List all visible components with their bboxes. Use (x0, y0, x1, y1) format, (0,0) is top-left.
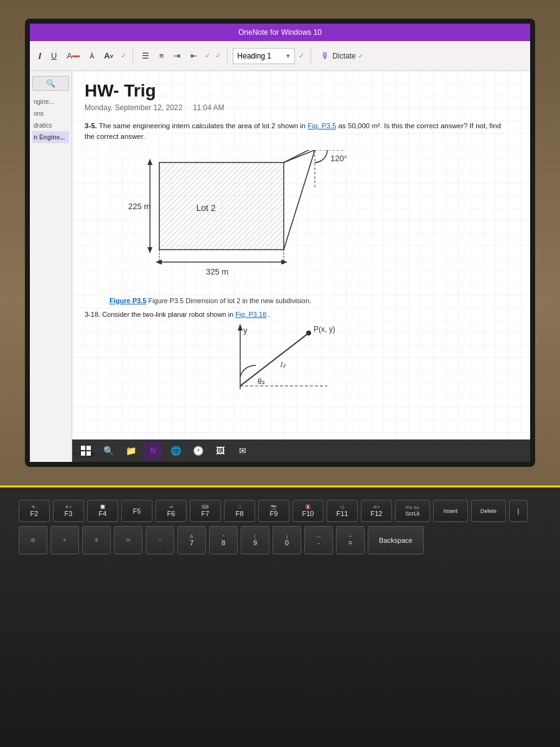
svg-text:θ₂: θ₂ (258, 377, 265, 386)
svg-point-23 (306, 331, 311, 336)
fig-p35-link[interactable]: Fig. P3.5 (307, 122, 336, 129)
key-f8[interactable]: □ F8 (224, 500, 255, 522)
fig-p318-link[interactable]: Fig. P3.18 (235, 311, 266, 318)
key-minus[interactable]: — - (304, 526, 333, 555)
key-hash[interactable]: # (50, 526, 79, 555)
indent-button[interactable]: ⇥ (170, 49, 184, 62)
key-f6[interactable]: ⇔ F6 (156, 500, 187, 522)
screen: OneNote for Windows 10 I U A Â Av ✓ ☰ (30, 24, 530, 462)
key-at[interactable]: @ (19, 526, 47, 555)
key-ampersand[interactable]: & 7 (177, 526, 206, 555)
numbered-list-button[interactable]: ≡ (156, 49, 168, 62)
chrome-button[interactable]: 🌐 (167, 442, 184, 459)
figure-caption-text: Figure P3.5 Dimension of lot 2 in the ne… (148, 297, 311, 304)
outdent-button[interactable]: ⇤ (187, 49, 201, 62)
italic-button[interactable]: I (35, 49, 45, 63)
svg-marker-3 (147, 159, 152, 165)
problem-35-text: 3-5. The same engineering intern calcula… (85, 121, 508, 143)
svg-line-14 (284, 150, 315, 162)
key-delete[interactable]: Delete (471, 500, 506, 522)
heading-value: Heading 1 (237, 52, 285, 60)
chrome-icon: 🌐 (170, 446, 181, 456)
onenote-icon: N (151, 446, 156, 455)
key-f5[interactable]: F5 (121, 500, 152, 522)
dictate-button[interactable]: 🎙 Dictate ✓ (316, 49, 368, 63)
note-title[interactable]: HW- Trig (85, 81, 518, 101)
key-rparen[interactable]: ) 0 (273, 526, 301, 555)
key-f11[interactable]: ◁- F11 (327, 500, 358, 522)
heading-dropdown[interactable]: Heading 1 ▼ (233, 48, 295, 64)
underline-button[interactable]: U (47, 49, 60, 62)
figure-p35: 225 m 325 m L (110, 150, 518, 304)
sidebar: 🔍 ngine... ons dratics n Engine... (30, 71, 72, 462)
title-bar: OneNote for Windows 10 (30, 24, 530, 41)
key-f3[interactable]: ☀+ F3 (53, 500, 84, 522)
key-pipe[interactable]: | (509, 500, 528, 522)
bullet-list-button[interactable]: ☰ (138, 49, 153, 62)
dictate-label: Dictate (332, 52, 355, 60)
photo-button[interactable]: 🖼 (212, 442, 229, 459)
key-lparen[interactable]: ( 9 (241, 526, 269, 555)
key-equals[interactable]: + = (336, 526, 365, 555)
key-f2[interactable]: ☀- F2 (19, 500, 50, 522)
windows-icon (81, 446, 91, 456)
svg-marker-8 (281, 260, 287, 265)
svg-rect-1 (159, 162, 284, 250)
font-size-button[interactable]: Av (100, 49, 116, 62)
key-percent[interactable]: % (114, 526, 142, 555)
clock-button[interactable]: 🕐 (189, 442, 207, 459)
sidebar-item-2[interactable]: ons (32, 108, 69, 120)
key-caret[interactable]: ^ (146, 526, 174, 555)
mail-icon: ✉ (239, 446, 246, 456)
svg-text:P(x, y): P(x, y) (314, 325, 335, 334)
onenote-button[interactable]: N (144, 442, 162, 459)
svg-marker-7 (156, 260, 162, 265)
keyboard-area: ☀- F2 ☀+ F3 🔲 F4 F5 ⇔ F6 (0, 486, 560, 747)
key-insert[interactable]: Insert (433, 500, 468, 522)
separator-1 (133, 47, 133, 65)
taskbar: 🔍 📁 N 🌐 (72, 439, 530, 462)
separator-3 (310, 47, 311, 65)
sidebar-item-4[interactable]: n Engine... (32, 131, 69, 143)
separator-2 (227, 47, 228, 65)
laptop-frame: OneNote for Windows 10 I U A Â Av ✓ ☰ (0, 0, 560, 747)
main-content: HW- Trig Monday, September 12, 2022 11:0… (72, 71, 530, 462)
problem-318-text: 3-18. Consider the two-link planar robot… (85, 311, 518, 318)
svg-text:325 m: 325 m (206, 267, 228, 276)
screen-bezel: OneNote for Windows 10 I U A Â Av ✓ ☰ (25, 19, 535, 467)
sidebar-search[interactable]: 🔍 (32, 76, 69, 91)
note-time: 11:04 AM (193, 103, 225, 112)
taskbar-search-icon: 🔍 (103, 446, 114, 456)
page-area: HW- Trig Monday, September 12, 2022 11:0… (72, 71, 530, 462)
sidebar-item-1[interactable]: ngine... (32, 96, 69, 108)
key-f9[interactable]: 📷 F9 (258, 500, 289, 522)
key-prtsc[interactable]: Prt Sc ScrLk (395, 500, 430, 522)
keyboard: ☀- F2 ☀+ F3 🔲 F4 F5 ⇔ F6 (0, 487, 560, 571)
key-f7[interactable]: ⌨ F7 (190, 500, 221, 522)
note-date: Monday, September 12, 2022 11:04 AM (85, 103, 518, 112)
app-title: OneNote for Windows 10 (238, 28, 322, 37)
highlight-button[interactable]: Â (86, 50, 98, 62)
figure-p35-caption-link[interactable]: Figure P3.5 (110, 297, 146, 304)
key-f4[interactable]: 🔲 F4 (87, 500, 118, 522)
taskbar-search-button[interactable]: 🔍 (100, 442, 117, 459)
mail-button[interactable]: ✉ (234, 442, 251, 459)
key-f10[interactable]: 🔇 F10 (292, 500, 324, 522)
windows-button[interactable] (77, 442, 95, 459)
svg-line-22 (240, 333, 309, 386)
lot2-diagram: 225 m 325 m L (110, 150, 371, 293)
photo-icon: 🖼 (216, 446, 225, 456)
note-date-text: Monday, September 12, 2022 (85, 103, 182, 112)
font-color-button[interactable]: A (63, 49, 83, 62)
svg-text:Lot 2: Lot 2 (196, 203, 215, 213)
key-f12[interactable]: ⊲+ F12 (361, 500, 392, 522)
sidebar-item-3[interactable]: dratics (32, 120, 69, 131)
svg-text:225 m: 225 m (128, 202, 151, 211)
svg-text:y: y (243, 326, 248, 335)
clock-icon: 🕐 (193, 446, 203, 456)
key-dollar[interactable]: $ (82, 526, 111, 555)
file-explorer-button[interactable]: 📁 (122, 442, 139, 459)
key-asterisk[interactable]: * 8 (209, 526, 238, 555)
svg-line-15 (284, 150, 315, 250)
key-backspace[interactable]: Backspace (368, 526, 424, 555)
